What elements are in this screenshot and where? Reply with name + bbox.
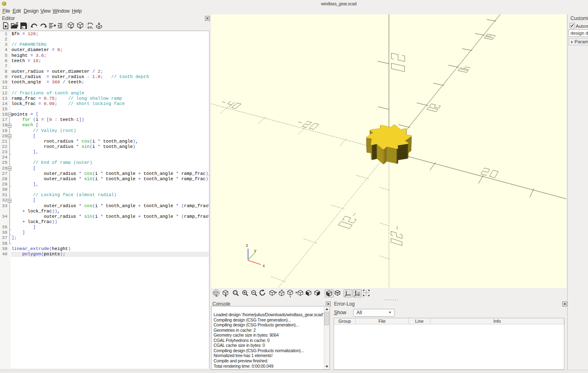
svg-text:STL: STL bbox=[87, 26, 94, 29]
svg-text:»: » bbox=[71, 26, 73, 30]
svg-text:x: x bbox=[263, 264, 265, 268]
svg-text:z: z bbox=[246, 243, 248, 248]
svg-text:»: » bbox=[216, 294, 218, 298]
svg-text:10: 10 bbox=[357, 292, 360, 294]
svg-text:y: y bbox=[254, 248, 256, 253]
